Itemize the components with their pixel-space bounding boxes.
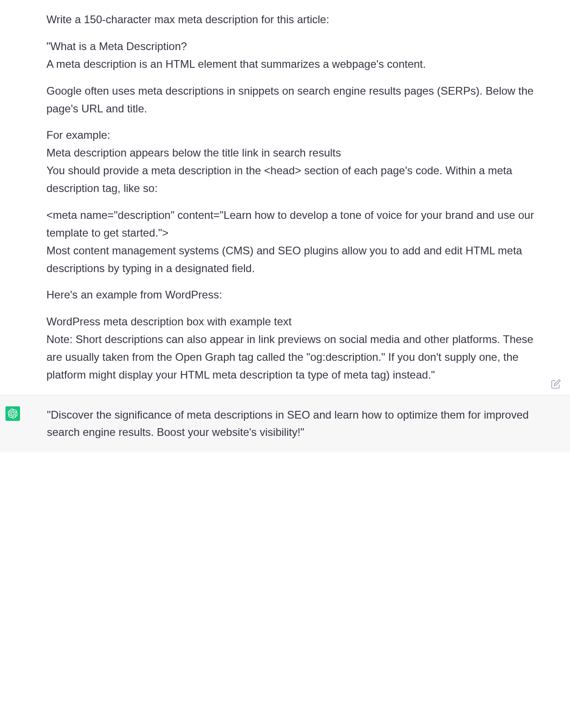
assistant-avatar-column bbox=[0, 406, 43, 441]
assistant-message-content: "Discover the significance of meta descr… bbox=[43, 406, 570, 441]
user-prompt-text: Write a 150-character max meta descripti… bbox=[46, 11, 548, 384]
prompt-paragraph: For example: Meta description appears be… bbox=[46, 126, 548, 197]
prompt-paragraph: Google often uses meta descriptions in s… bbox=[46, 82, 548, 118]
edit-icon bbox=[551, 379, 561, 389]
user-message-row: Write a 150-character max meta descripti… bbox=[0, 0, 570, 395]
prompt-paragraph: WordPress meta description box with exam… bbox=[46, 313, 548, 384]
edit-message-button[interactable] bbox=[551, 377, 561, 387]
user-message-content: Write a 150-character max meta descripti… bbox=[0, 11, 570, 384]
assistant-response-text: "Discover the significance of meta descr… bbox=[47, 406, 548, 441]
prompt-paragraph: <meta name="description" content="Learn … bbox=[46, 207, 548, 278]
prompt-paragraph: Here's an example from WordPress: bbox=[46, 286, 548, 304]
prompt-paragraph: Write a 150-character max meta descripti… bbox=[46, 11, 548, 29]
chatgpt-logo-icon bbox=[8, 409, 18, 419]
assistant-avatar bbox=[5, 406, 20, 421]
prompt-paragraph: "What is a Meta Description? A meta desc… bbox=[46, 38, 548, 73]
assistant-message-row: "Discover the significance of meta descr… bbox=[0, 395, 570, 452]
